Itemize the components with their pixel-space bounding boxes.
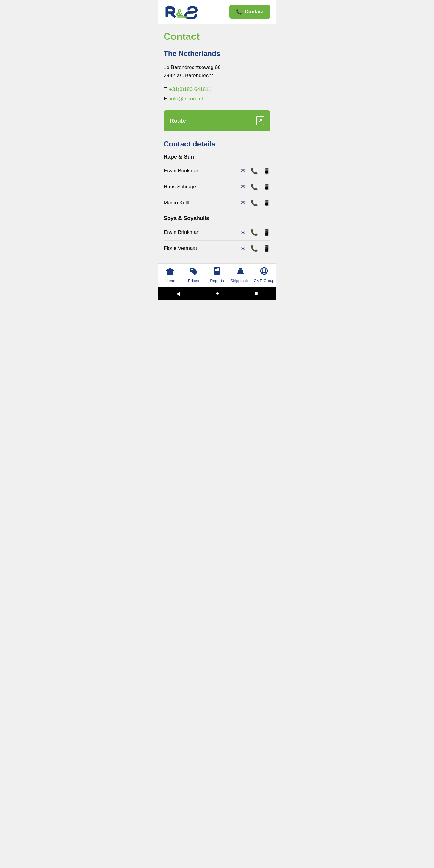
email-icon[interactable]: ✉ xyxy=(241,167,246,175)
phone-link[interactable]: +31(0)180-641611 xyxy=(169,87,211,92)
svg-rect-19 xyxy=(239,268,242,270)
globe-icon xyxy=(260,267,268,277)
svg-rect-2 xyxy=(168,11,173,13)
nav-label-cmegroup: CME Group xyxy=(254,278,275,283)
address-block: 1e Barendrechtseweg 66 2992 XC Barendrec… xyxy=(164,63,270,80)
external-link-icon: ↗ xyxy=(256,116,264,125)
ship-icon xyxy=(236,267,245,277)
nav-item-cmegroup[interactable]: CME Group xyxy=(252,267,276,283)
email-label: E. xyxy=(164,96,168,101)
reports-icon xyxy=(213,267,221,277)
main-content: Contact The Netherlands 1e Barendrechtse… xyxy=(158,24,276,264)
contact-icon-group: ✉ 📞 📱 xyxy=(241,167,270,175)
nav-label-prices: Prices xyxy=(188,278,199,283)
svg-rect-15 xyxy=(215,270,219,271)
contact-icon-group: ✉ 📞 📱 xyxy=(241,229,270,236)
svg-marker-8 xyxy=(166,268,174,270)
back-button[interactable]: ◀ xyxy=(176,290,180,297)
page-title: Contact xyxy=(164,31,270,42)
mobile-icon[interactable]: 📱 xyxy=(263,183,270,190)
contact-row-partial: Florie Vermaat ✉ 📞 📱 xyxy=(164,241,270,256)
email-address: info@rscom.nl xyxy=(170,96,203,101)
svg-rect-10 xyxy=(167,273,170,273)
contact-icon-group: ✉ 📞 📱 xyxy=(241,183,270,190)
contact-row: Erwin Brinkman ✉ 📞 📱 xyxy=(164,224,270,241)
svg-point-12 xyxy=(191,269,193,270)
phone-icon[interactable]: 📞 xyxy=(250,245,258,252)
nav-item-shippinglist[interactable]: Shippinglist xyxy=(229,267,252,283)
contact-name: Erwin Brinkman xyxy=(164,229,199,236)
mobile-icon[interactable]: 📱 xyxy=(263,245,270,252)
nav-label-reports: Reports xyxy=(210,278,224,283)
contact-name: Hans Schrage xyxy=(164,184,196,190)
nav-label-shippinglist: Shippinglist xyxy=(230,278,251,283)
contact-row: Erwin Brinkman ✉ 📞 📱 xyxy=(164,163,270,179)
contact-name: Erwin Brinkman xyxy=(164,168,199,174)
contact-button-label: Contact xyxy=(245,9,264,15)
bottom-nav: Home Prices Reports xyxy=(158,264,276,287)
mobile-icon[interactable]: 📱 xyxy=(263,167,270,175)
svg-rect-20 xyxy=(237,273,244,274)
mobile-icon[interactable]: 📱 xyxy=(263,229,270,236)
address-line-1: 1e Barendrechtseweg 66 xyxy=(164,63,270,71)
android-nav-bar: ◀ ● ■ xyxy=(158,287,276,301)
header-contact-button[interactable]: 📞 Contact xyxy=(229,5,270,19)
nav-item-reports[interactable]: Reports xyxy=(205,267,229,283)
logo: & xyxy=(164,4,203,19)
phone-number: +31(0)180-641611 xyxy=(169,87,211,92)
svg-rect-9 xyxy=(167,272,170,273)
contact-row: Marco Kolff ✉ 📞 📱 xyxy=(164,195,270,211)
recent-button[interactable]: ■ xyxy=(255,290,258,297)
email-link[interactable]: info@rscom.nl xyxy=(170,96,203,101)
contact-icon-group: ✉ 📞 📱 xyxy=(241,245,270,252)
nav-label-home: Home xyxy=(165,278,176,283)
svg-point-4 xyxy=(176,16,188,19)
contact-info: T. +31(0)180-641611 E. info@rscom.nl xyxy=(164,85,270,103)
svg-rect-17 xyxy=(217,268,219,269)
home-button[interactable]: ● xyxy=(216,290,219,297)
contact-name: Marco Kolff xyxy=(164,200,190,206)
category-rape-sun: Rape & Sun xyxy=(164,154,270,160)
svg-rect-1 xyxy=(168,7,174,9)
svg-rect-11 xyxy=(167,274,173,274)
category-soya: Soya & Soyahulls xyxy=(164,215,270,221)
contact-details-title: Contact details xyxy=(164,140,270,148)
svg-rect-18 xyxy=(238,270,243,273)
phone-line: T. +31(0)180-641611 xyxy=(164,85,270,94)
phone-icon[interactable]: 📞 xyxy=(250,183,258,190)
phone-icon: 📞 xyxy=(236,9,242,15)
contact-icon-group: ✉ 📞 📱 xyxy=(241,199,270,207)
contact-row: Hans Schrage ✉ 📞 📱 xyxy=(164,179,270,195)
nav-item-prices[interactable]: Prices xyxy=(182,267,205,283)
phone-icon[interactable]: 📞 xyxy=(250,199,258,207)
app-header: & 📞 Contact xyxy=(158,0,276,24)
phone-icon[interactable]: 📞 xyxy=(250,167,258,175)
email-line: E. info@rscom.nl xyxy=(164,94,270,104)
phone-label: T. xyxy=(164,87,167,92)
nav-item-home[interactable]: Home xyxy=(158,267,182,283)
svg-rect-0 xyxy=(166,7,168,17)
svg-rect-16 xyxy=(215,272,218,272)
phone-icon[interactable]: 📞 xyxy=(250,229,258,236)
email-icon[interactable]: ✉ xyxy=(241,199,246,207)
country-title: The Netherlands xyxy=(164,50,270,58)
email-icon[interactable]: ✉ xyxy=(241,229,246,236)
route-button[interactable]: Route ↗ xyxy=(164,110,270,131)
tag-icon xyxy=(189,267,198,277)
home-icon xyxy=(166,267,174,277)
email-icon[interactable]: ✉ xyxy=(241,183,246,190)
route-button-label: Route xyxy=(170,118,186,124)
email-icon[interactable]: ✉ xyxy=(241,245,246,252)
address-line-2: 2992 XC Barendrecht xyxy=(164,71,270,80)
logo-svg: & xyxy=(164,4,203,19)
svg-rect-14 xyxy=(215,269,219,270)
mobile-icon[interactable]: 📱 xyxy=(263,199,270,207)
contact-name: Florie Vermaat xyxy=(164,245,197,251)
